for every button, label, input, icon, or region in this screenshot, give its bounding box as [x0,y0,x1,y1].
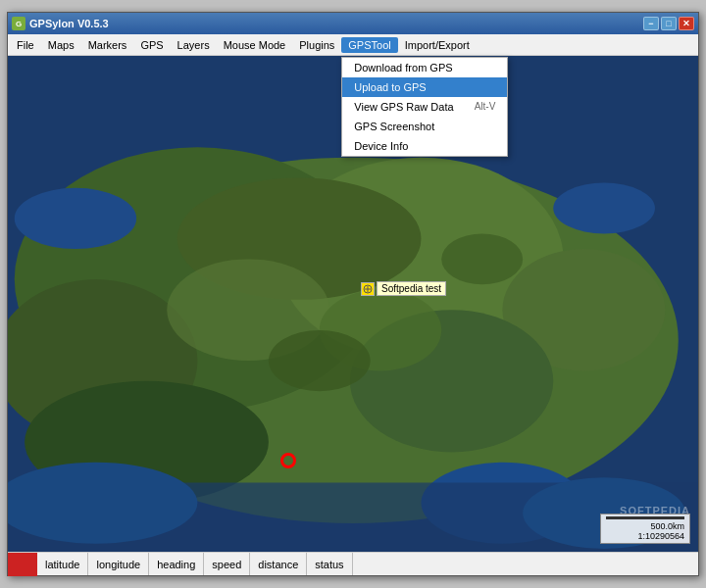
minimize-button[interactable]: − [643,17,659,30]
title-bar: G GPSylon V0.5.3 − □ ✕ [8,13,698,34]
svg-point-10 [15,188,136,249]
dropdown-item-download[interactable]: Download from GPS [342,58,507,77]
window-controls: − □ ✕ [643,17,694,30]
scale-distance: 500.0km [606,521,684,531]
menu-gpstool[interactable]: GPSTool [341,37,397,53]
status-speed: speed [204,553,250,575]
status-latitude: latitude [37,553,88,575]
dropdown-item-upload[interactable]: Upload to GPS [342,77,507,97]
app-window: G GPSylon V0.5.3 − □ ✕ File Maps Markers… [7,12,699,576]
menu-layers[interactable]: Layers [171,37,217,53]
gps-dot-inner [280,453,296,468]
menu-file[interactable]: File [10,37,41,53]
svg-point-14 [269,330,371,391]
scale-line [606,516,684,519]
dropdown-item-rawdata[interactable]: View GPS Raw Data Alt-V [342,97,507,117]
menu-plugins[interactable]: Plugins [292,37,341,53]
menu-gpstool-wrapper: GPSTool Download from GPS Upload to GPS … [341,37,397,53]
window-title: GPSylon V0.5.3 [29,18,109,29]
dropdown-item-deviceinfo[interactable]: Device Info [342,136,507,156]
waypoint-label: Softpedia test [377,281,446,296]
menu-maps[interactable]: Maps [41,37,81,53]
status-bar: latitude longitude heading speed distanc… [8,552,698,575]
status-longitude: longitude [88,553,149,575]
scale-ratio: 1:10290564 [606,531,684,541]
status-indicator [8,553,37,576]
menu-markers[interactable]: Markers [81,37,134,53]
waypoint-marker[interactable]: Softpedia test [361,281,446,296]
title-bar-left: G GPSylon V0.5.3 [12,17,109,30]
app-icon: G [12,17,25,30]
menu-mousemode[interactable]: Mouse Mode [217,37,293,53]
menu-bar: File Maps Markers GPS Layers Mouse Mode … [8,34,698,56]
gps-position [280,453,298,470]
menu-importexport[interactable]: Import/Export [398,37,477,53]
close-button[interactable]: ✕ [679,17,694,30]
status-status: status [307,553,352,575]
status-heading: heading [149,553,204,575]
waypoint-icon [361,282,375,296]
gpstool-dropdown: Download from GPS Upload to GPS View GPS… [341,57,508,157]
svg-point-11 [553,183,655,234]
menu-gps[interactable]: GPS [133,37,170,53]
status-distance: distance [250,553,307,575]
maximize-button[interactable]: □ [661,17,677,30]
dropdown-item-screenshot[interactable]: GPS Screenshot [342,117,507,136]
scale-bar: 500.0km 1:10290564 [600,514,690,544]
svg-point-15 [441,233,523,284]
